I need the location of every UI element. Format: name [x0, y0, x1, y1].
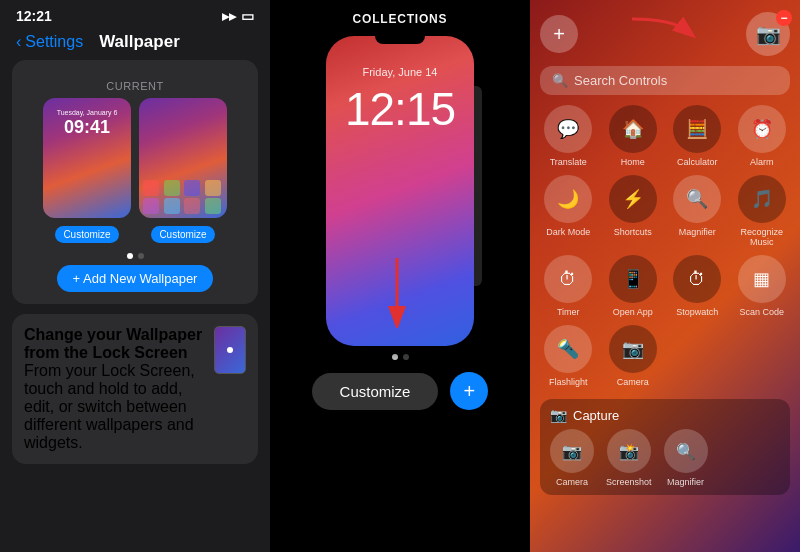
capture-camera-icon[interactable]: 📷	[550, 429, 594, 473]
dark-mode-label: Dark Mode	[546, 227, 590, 237]
home-icon[interactable]: 🏠	[609, 105, 657, 153]
control-home: 🏠 Home	[605, 105, 662, 167]
control-calculator: 🧮 Calculator	[669, 105, 726, 167]
calculator-label: Calculator	[677, 157, 718, 167]
dot-active	[127, 253, 133, 259]
flashlight-icon[interactable]: 🔦	[544, 325, 592, 373]
collections-label: COLLECTIONS	[353, 12, 448, 26]
capture-camera-label: Camera	[556, 477, 588, 487]
dots-row	[24, 253, 246, 259]
open-app-label: Open App	[613, 307, 653, 317]
add-wallpaper-btn[interactable]: + Add New Wallpaper	[57, 265, 214, 292]
right-top-row: + 📷 −	[540, 12, 790, 56]
capture-header: 📷 Capture	[550, 407, 780, 423]
control-flashlight: 🔦 Flashlight	[540, 325, 597, 387]
info-title: Change your Wallpaper from the Lock Scre…	[24, 326, 204, 362]
control-recognize-music: 🎵 Recognize Music	[734, 175, 791, 247]
control-shortcuts: ⚡ Shortcuts	[605, 175, 662, 247]
wallpaper-preview: Tuesday, January 6 09:41 Customize	[24, 98, 246, 243]
alarm-icon[interactable]: ⏰	[738, 105, 786, 153]
home-screen-thumb[interactable]	[139, 98, 227, 218]
left-panel: 12:21 ▸▸ ▭ ‹ Settings Wallpaper CURRENT …	[0, 0, 270, 552]
wifi-icon: ▸▸	[222, 8, 236, 24]
phone-side	[474, 86, 482, 286]
capture-screenshot: 📸 Screenshot	[606, 429, 652, 487]
capture-items: 📷 Camera 📸 Screenshot 🔍 Magnifier	[550, 429, 780, 487]
red-arrow-camera	[622, 9, 702, 49]
timer-label: Timer	[557, 307, 580, 317]
timer-icon[interactable]: ⏱	[544, 255, 592, 303]
recognize-music-label: Recognize Music	[734, 227, 791, 247]
middle-panel: COLLECTIONS Friday, June 14 12:15 Custom…	[270, 0, 530, 552]
shortcuts-icon[interactable]: ⚡	[609, 175, 657, 223]
right-panel: + 📷 − 🔍 Search Controls 💬 Translate 🏠 Ho…	[530, 0, 800, 552]
control-stopwatch: ⏱ Stopwatch	[669, 255, 726, 317]
search-icon: 🔍	[552, 73, 568, 88]
camera-label: Camera	[617, 377, 649, 387]
capture-camera: 📷 Camera	[550, 429, 594, 487]
camera-icon[interactable]: 📷	[609, 325, 657, 373]
nav-title: Wallpaper	[99, 32, 180, 52]
dark-mode-icon[interactable]: 🌙	[544, 175, 592, 223]
control-magnifier: 🔍 Magnifier	[669, 175, 726, 247]
alarm-label: Alarm	[750, 157, 774, 167]
capture-magnifier-icon[interactable]: 🔍	[664, 429, 708, 473]
flashlight-label: Flashlight	[549, 377, 588, 387]
home-label: Home	[621, 157, 645, 167]
status-icons: ▸▸ ▭	[222, 8, 254, 24]
magnifier-icon[interactable]: 🔍	[673, 175, 721, 223]
recognize-music-icon[interactable]: 🎵	[738, 175, 786, 223]
translate-icon[interactable]: 💬	[544, 105, 592, 153]
info-box: Change your Wallpaper from the Lock Scre…	[12, 314, 258, 464]
capture-magnifier-label: Magnifier	[667, 477, 704, 487]
remove-badge: −	[776, 10, 792, 26]
nav-bar: ‹ Settings Wallpaper	[0, 28, 270, 60]
lock-screen-thumb[interactable]: Tuesday, January 6 09:41	[43, 98, 131, 218]
back-label: Settings	[25, 33, 83, 51]
back-button[interactable]: ‹ Settings	[16, 33, 83, 51]
capture-magnifier: 🔍 Magnifier	[664, 429, 708, 487]
scan-code-icon[interactable]: ▦	[738, 255, 786, 303]
capture-screenshot-icon[interactable]: 📸	[607, 429, 651, 473]
home-customize-btn[interactable]: Customize	[151, 226, 214, 243]
camera-control-btn[interactable]: 📷 −	[746, 12, 790, 56]
capture-section-title: Capture	[573, 408, 619, 423]
capture-screenshot-label: Screenshot	[606, 477, 652, 487]
control-alarm: ⏰ Alarm	[734, 105, 791, 167]
phone-notch	[375, 36, 425, 44]
customize-bar: Customize +	[312, 372, 489, 410]
status-time: 12:21	[16, 8, 52, 24]
control-dark-mode: 🌙 Dark Mode	[540, 175, 597, 247]
open-app-icon[interactable]: 📱	[609, 255, 657, 303]
lock-customize-btn[interactable]: Customize	[55, 226, 118, 243]
stopwatch-label: Stopwatch	[676, 307, 718, 317]
control-open-app: 📱 Open App	[605, 255, 662, 317]
capture-section: 📷 Capture 📷 Camera 📸 Screenshot 🔍 Magnif…	[540, 399, 790, 495]
current-section: CURRENT Tuesday, January 6 09:41 Customi…	[12, 60, 258, 304]
capture-section-icon: 📷	[550, 407, 567, 423]
controls-grid: 💬 Translate 🏠 Home 🧮 Calculator ⏰ Alarm …	[540, 105, 790, 387]
search-placeholder: Search Controls	[574, 73, 667, 88]
back-chevron-icon: ‹	[16, 33, 21, 51]
current-label: CURRENT	[24, 72, 246, 98]
magnifier-label: Magnifier	[679, 227, 716, 237]
shortcuts-label: Shortcuts	[614, 227, 652, 237]
phone-time-big: 12:15	[326, 82, 474, 136]
red-arrow-down	[367, 248, 427, 328]
customize-main-btn[interactable]: Customize	[312, 373, 439, 410]
plus-circle-btn[interactable]: +	[450, 372, 488, 410]
stopwatch-icon[interactable]: ⏱	[673, 255, 721, 303]
status-bar: 12:21 ▸▸ ▭	[0, 0, 270, 28]
phone-mini-icon	[214, 326, 246, 374]
control-camera: 📷 Camera	[605, 325, 662, 387]
translate-label: Translate	[550, 157, 587, 167]
search-bar[interactable]: 🔍 Search Controls	[540, 66, 790, 95]
dot-inactive	[138, 253, 144, 259]
control-translate: 💬 Translate	[540, 105, 597, 167]
add-control-btn[interactable]: +	[540, 15, 578, 53]
calculator-icon[interactable]: 🧮	[673, 105, 721, 153]
battery-icon: ▭	[241, 8, 254, 24]
control-scan-code: ▦ Scan Code	[734, 255, 791, 317]
info-body: From your Lock Screen, touch and hold to…	[24, 362, 204, 452]
control-timer: ⏱ Timer	[540, 255, 597, 317]
